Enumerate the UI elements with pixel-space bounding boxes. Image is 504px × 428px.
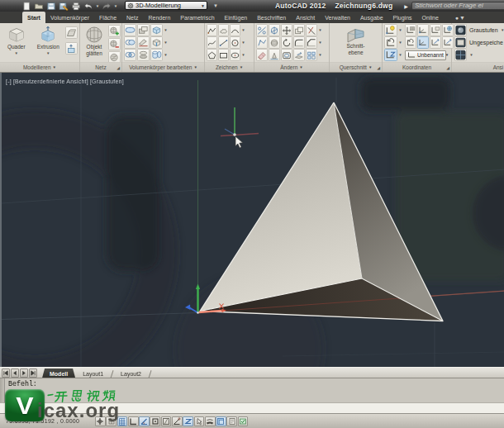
gizmo-button[interactable]	[269, 24, 280, 36]
panel-netz-title[interactable]: Netz	[95, 64, 106, 70]
ribbon-tab-einfügen[interactable]: Einfügen	[220, 12, 253, 23]
polysolid-button[interactable]	[65, 26, 78, 39]
ucs-previous-button[interactable]	[417, 24, 429, 36]
dropdown-caret-icon[interactable]: ▼	[241, 28, 245, 32]
3d-align-button[interactable]	[269, 49, 280, 61]
qsaveas-button[interactable]	[58, 1, 69, 11]
ucs-named-button[interactable]	[405, 24, 416, 36]
panel-aendern-title[interactable]: Ändern	[280, 64, 297, 70]
explode-button[interactable]	[256, 24, 268, 36]
ucs-origin-button[interactable]	[417, 36, 429, 49]
viewport-config-button[interactable]	[454, 49, 467, 61]
mesh-unrefine-button[interactable]	[108, 38, 121, 50]
erase-button[interactable]	[256, 49, 268, 61]
edit-polyline-button[interactable]	[256, 36, 268, 49]
status-toggle-object-snap-tracking[interactable]	[172, 416, 183, 426]
dropdown-caret-icon[interactable]: ▼	[164, 40, 168, 45]
ribbon-tab-parametrisch[interactable]: Parametrisch	[175, 12, 219, 23]
dropdown-caret-icon[interactable]: ▼	[164, 53, 168, 57]
status-toggle-quick-properties[interactable]	[226, 416, 237, 426]
ribbon-tab-rendern[interactable]: Rendern	[143, 12, 175, 23]
dropdown-caret-icon[interactable]: ▼	[398, 28, 402, 32]
spline-button[interactable]	[207, 36, 217, 49]
dropdown-caret-icon[interactable]: ▼	[318, 28, 322, 32]
interfere-button[interactable]	[150, 49, 163, 61]
ucs-z-button[interactable]	[384, 49, 397, 61]
ribbon-tab-fläche[interactable]: Fläche	[94, 12, 121, 23]
undo-caret-icon[interactable]: ▼	[95, 1, 100, 11]
ribbon-tab-plugins[interactable]: Plugins	[388, 12, 417, 23]
ucs-button[interactable]	[384, 24, 397, 36]
ucs-undo-button[interactable]	[384, 36, 397, 49]
qsave-button[interactable]	[45, 1, 57, 11]
rotate-button[interactable]	[281, 36, 292, 49]
extrude-faces-button[interactable]	[150, 36, 163, 49]
status-toggle-object-snap[interactable]	[150, 416, 160, 426]
solid-union-button[interactable]	[124, 24, 136, 36]
infocenter-search[interactable]: Stichwort oder Frage ei	[411, 2, 504, 10]
infocenter-arrow-icon[interactable]: ▶	[402, 2, 410, 9]
status-toggle-dynamic-ucs[interactable]	[183, 416, 193, 426]
named-view-value[interactable]: Ungespeiche	[469, 40, 503, 45]
align-button[interactable]	[293, 49, 305, 61]
shell-button[interactable]	[150, 24, 163, 36]
panel-querschnitt-launcher-icon[interactable]: ◢	[377, 65, 380, 70]
ucs-name-combo[interactable]: Unbenannt▼	[405, 50, 446, 60]
status-toggle-object-snap-3d[interactable]	[161, 416, 172, 426]
panel-koordinaten-title[interactable]: Koordinaten	[402, 64, 431, 70]
dropdown-caret-icon[interactable]: ▼	[398, 40, 402, 45]
dropdown-caret-icon[interactable]: ▼	[318, 40, 322, 45]
extract-edges-button[interactable]	[137, 24, 150, 36]
ribbon-tab-ausgabe[interactable]: Ausgabe	[355, 12, 388, 23]
layout-tab-modell[interactable]: Modell	[42, 369, 75, 378]
ellipse-button[interactable]	[230, 49, 240, 61]
line-button[interactable]	[218, 36, 229, 49]
visual-style-value[interactable]: Graustufen	[469, 27, 498, 33]
ucs-zaxis-button[interactable]	[430, 36, 441, 49]
status-toggle-selection-cycling[interactable]	[238, 416, 249, 426]
extrusion-button[interactable]: Extrusion▼	[33, 24, 64, 64]
viewport-controls-label[interactable]: [-] [Benutzerdefinierte Ansicht] [Graust…	[6, 78, 124, 84]
redo-caret-icon[interactable]: ▼	[113, 1, 118, 11]
status-toggle-dynamic-input[interactable]	[194, 416, 205, 426]
ribbon-tab-beschriften[interactable]: Beschriften	[252, 12, 291, 23]
fillet-button[interactable]	[293, 36, 305, 49]
panel-ansicht-title[interactable]: Ansi	[493, 64, 504, 70]
qnew-button[interactable]	[21, 1, 32, 11]
layout-tab-layout2[interactable]: Layout2	[113, 369, 149, 378]
status-toggle-polar-tracking[interactable]	[139, 416, 150, 426]
solid-intersect-button[interactable]	[124, 49, 136, 61]
redo-button[interactable]	[101, 1, 112, 11]
ucs-object-button[interactable]	[430, 24, 441, 36]
polygon-button[interactable]	[207, 49, 217, 61]
array-button[interactable]	[306, 49, 317, 61]
ucs-restore-button[interactable]	[405, 36, 416, 49]
ribbon-tab-start[interactable]: Start	[22, 12, 45, 23]
solid-subtract-button[interactable]	[124, 36, 136, 49]
3d-move-button[interactable]	[269, 36, 280, 49]
dropdown-caret-icon[interactable]: ▼	[398, 53, 402, 57]
schnittebene-button[interactable]: Schnitt-ebene	[337, 23, 375, 63]
qopen-button[interactable]	[33, 1, 45, 11]
revision-cloud-button[interactable]	[218, 24, 229, 36]
named-view-button[interactable]	[454, 36, 467, 49]
dropdown-caret-icon[interactable]: ▼	[164, 28, 168, 32]
ribbon-tab-ansicht[interactable]: Ansicht	[291, 12, 320, 23]
qplot-button[interactable]	[70, 1, 82, 11]
ribbon-tab-online[interactable]: Online	[417, 12, 444, 23]
dropdown-caret-icon[interactable]: ▼	[241, 53, 245, 57]
polyline-button[interactable]	[207, 24, 217, 36]
presspull-button[interactable]	[65, 42, 78, 55]
dropdown-caret-icon[interactable]: ▼	[469, 53, 473, 57]
panel-querschnitt-title[interactable]: Querschnitt	[340, 64, 367, 70]
rectangle-button[interactable]	[218, 49, 229, 61]
visual-style-button[interactable]	[454, 24, 467, 36]
dropdown-caret-icon[interactable]: ▼	[241, 40, 245, 45]
arc-button[interactable]	[230, 24, 240, 36]
viewport[interactable]: [-] [Benutzerdefinierte Ansicht] [Graust…	[0, 73, 504, 367]
copy-button[interactable]	[293, 24, 305, 36]
panel-vkb-title[interactable]: Volumenkörper bearbeiten	[129, 64, 192, 70]
panel-netz-launcher-icon[interactable]: ◢	[116, 65, 120, 70]
panel-zeichnen-title[interactable]: Zeichnen	[216, 64, 238, 70]
trim-button[interactable]	[306, 24, 317, 36]
